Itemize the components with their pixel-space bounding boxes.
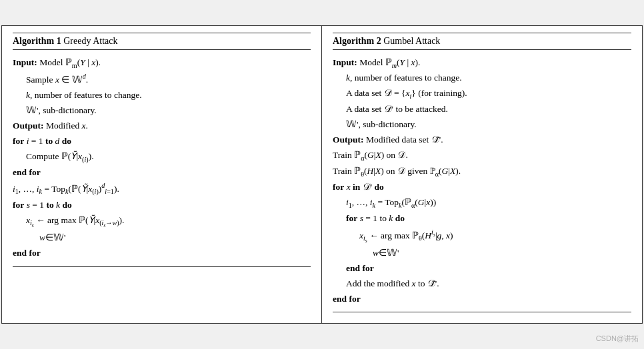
algo1-step7: end for bbox=[13, 246, 311, 261]
algo1-step3: end for bbox=[13, 165, 311, 180]
algo2-step2: Train ℙθ(H|X) on 𝒟 given ℙα(G|X). bbox=[333, 164, 631, 180]
algo2-input-line3: A data set 𝒟 = {xi} (for training). bbox=[333, 86, 631, 102]
algo1-input-header: Input: Model ℙm(Y | x). bbox=[13, 55, 311, 71]
algo2-step1: Train ℙα(G|X) on 𝒟. bbox=[333, 148, 631, 164]
watermark: CSDN@讲拓 bbox=[596, 334, 639, 344]
algorithm-2-box: Algorithm 2 Gumbel Attack Input: Model ℙ… bbox=[322, 26, 642, 324]
algo2-bottom-line bbox=[333, 312, 631, 312]
algo1-header: Algorithm 1 Greedy Attack bbox=[13, 33, 311, 50]
algo2-step8: Add the modified x to 𝒟̃'. bbox=[333, 276, 631, 292]
algo2-step5: for s = 1 to k do bbox=[333, 211, 631, 226]
algo1-output: Output: Modified x. bbox=[13, 119, 311, 134]
algo1-step1: for i = 1 to d do bbox=[13, 134, 311, 149]
algo2-step3: for x in 𝒟' do bbox=[333, 180, 631, 195]
algo2-input-line2: k, number of features to change. bbox=[333, 71, 631, 86]
algorithm-1-box: Algorithm 1 Greedy Attack Input: Model ℙ… bbox=[2, 26, 322, 324]
algo2-input-header: Input: Model ℙm(Y | x). bbox=[333, 55, 631, 71]
algo1-name: Greedy Attack bbox=[63, 36, 117, 46]
algo1-bottom-line bbox=[13, 266, 311, 267]
algo2-step7: end for bbox=[333, 261, 631, 276]
algo1-step5: for s = 1 to k do bbox=[13, 198, 311, 213]
algo1-step4: i1, …, ik = Topk(ℙ(Ỹ|x(i))di=1). bbox=[13, 180, 311, 197]
algo1-step2: Compute ℙ(Ỹ|x(i)). bbox=[13, 149, 311, 165]
algo1-input-line4: 𝕎', sub-dictionary. bbox=[13, 103, 311, 119]
algo2-output: Output: Modified data set 𝒟̃'. bbox=[333, 133, 631, 148]
algo1-input-line3: k, number of features to change. bbox=[13, 88, 311, 103]
algo1-step6b: w∈𝕎' bbox=[13, 230, 311, 246]
algo2-header: Algorithm 2 Gumbel Attack bbox=[333, 33, 631, 50]
algo2-number: Algorithm 2 bbox=[333, 36, 381, 46]
algo1-input-line2: Sample x ∈ 𝕎d. bbox=[13, 71, 311, 87]
page-container: Algorithm 1 Greedy Attack Input: Model ℙ… bbox=[0, 0, 644, 349]
algo2-step4: i1, …, ik = Topk(ℙα(G|x)) bbox=[333, 195, 631, 211]
algo2-content: Input: Model ℙm(Y | x). k, number of fea… bbox=[333, 55, 631, 307]
algo2-name: Gumbel Attack bbox=[383, 36, 440, 46]
algorithms-wrapper: Algorithm 1 Greedy Attack Input: Model ℙ… bbox=[1, 25, 643, 324]
algo1-content: Input: Model ℙm(Y | x). Sample x ∈ 𝕎d. k… bbox=[13, 55, 311, 262]
algo1-number: Algorithm 1 bbox=[13, 36, 61, 46]
algo2-step6b: w∈𝕎' bbox=[333, 246, 631, 261]
algo2-input-line5: 𝕎', sub-dictionary. bbox=[333, 117, 631, 133]
algo1-step6: xis ← arg max ℙ(Ỹ|x(is→w)). bbox=[13, 213, 311, 231]
algo2-step9: end for bbox=[333, 292, 631, 307]
algo2-input-line4: A data set 𝒟' to be attacked. bbox=[333, 102, 631, 117]
algo2-step6: xis ← arg max ℙθ(His|g, x) bbox=[333, 226, 631, 246]
